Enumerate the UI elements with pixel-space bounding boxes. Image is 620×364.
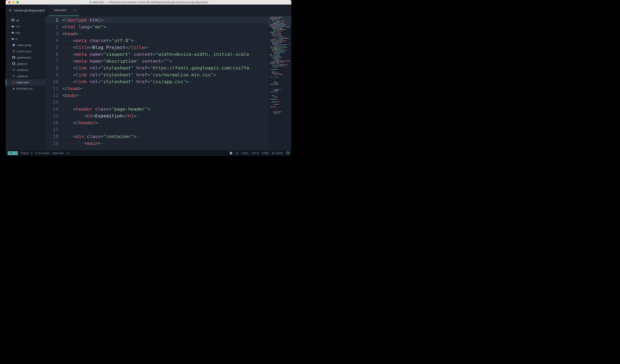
code-line[interactable]: ····</header>¬ xyxy=(62,119,268,126)
svg-rect-16 xyxy=(13,77,14,77)
status-git-branch[interactable]: master xyxy=(272,152,283,155)
minimap-line xyxy=(269,54,290,55)
tree-file-gitattributes[interactable]: .gitattributes xyxy=(6,54,46,61)
status-project-count[interactable]: Project 0 xyxy=(21,152,32,155)
code-line[interactable]: ····<meta charset="utf-8">¬ xyxy=(62,37,268,44)
minimap-line xyxy=(269,84,290,85)
minimap-line xyxy=(269,28,290,29)
app-icon xyxy=(89,1,92,3)
code-line[interactable]: </head>¬ xyxy=(62,85,268,92)
svg-rect-13 xyxy=(13,71,14,71)
folder-icon xyxy=(11,37,14,40)
minimap-line xyxy=(269,36,290,36)
tree-file-eslintrcjson[interactable]: {}.eslintrc.json xyxy=(6,48,46,54)
svg-point-9 xyxy=(13,45,14,45)
minimap-line xyxy=(269,72,290,72)
tree-file-indexhtml[interactable]: index.html xyxy=(6,79,46,86)
tree-folder-css[interactable]: ›css xyxy=(6,23,46,30)
tree-file-htmlhintrc[interactable]: .htmlhintrc xyxy=(6,67,46,73)
tree-item-label: .htmlhintrc xyxy=(16,68,29,72)
code-line[interactable]: <head>¬ xyxy=(62,30,268,37)
line-number: 14 xyxy=(46,106,58,112)
code-line[interactable]: ····<meta name="description" content="">… xyxy=(62,58,268,64)
tree-item-label: .gitignore xyxy=(16,62,27,65)
code-line[interactable]: ····<link rel="stylesheet" href="css/app… xyxy=(62,78,268,85)
status-language[interactable]: HTML xyxy=(262,152,269,155)
code-line[interactable]: ····<div class="container">¬ xyxy=(62,133,268,140)
code-line[interactable]: ····<meta name="viewport" content="width… xyxy=(62,51,268,58)
tree-item-label: .editorconfig xyxy=(16,44,31,47)
code-line[interactable]: ····<link rel="stylesheet" href="https:/… xyxy=(62,64,268,71)
code-editor[interactable]: 12345678910111213141516171819 <!doctype … xyxy=(46,16,291,150)
project-tab[interactable]: course-git-blog-project xyxy=(6,5,48,16)
window-zoom-button[interactable] xyxy=(16,1,19,3)
line-number: 11 xyxy=(46,85,58,92)
settings-lines-icon xyxy=(12,68,15,71)
tree-folder-js[interactable]: ›js xyxy=(6,36,46,42)
code-line[interactable]: ····<header class="page-header">¬ xyxy=(62,106,268,112)
tree-item-label: .gitattributes xyxy=(16,56,31,59)
tree-file-gitignore[interactable]: .gitignore xyxy=(6,61,46,67)
minimap-line xyxy=(269,37,290,38)
tab-index-html[interactable]: index.html ✕ xyxy=(48,5,79,16)
status-encoding[interactable]: UTF-8 xyxy=(252,152,259,155)
minimap-viewport[interactable] xyxy=(268,16,291,27)
telemetry-icon[interactable]: 📡 xyxy=(230,152,232,155)
tree-file-editorconfig[interactable]: .editorconfig xyxy=(6,42,46,48)
code-line[interactable]: <html lang="en">¬ xyxy=(62,23,268,30)
tree-file-stylelintrc[interactable]: .stylelintrc xyxy=(6,73,46,79)
status-line-ending[interactable]: LF xyxy=(236,152,239,155)
github-icon xyxy=(12,56,15,59)
svg-rect-15 xyxy=(13,76,15,76)
tab-close-button[interactable]: ✕ xyxy=(74,9,76,12)
minimap-line xyxy=(269,98,290,99)
minimap-line xyxy=(269,47,290,47)
code-line[interactable]: ····<title>Blog Project</title>¬ xyxy=(62,44,268,51)
code-line[interactable]: ····<link rel="stylesheet" href="css/nor… xyxy=(62,71,268,78)
minimap-line xyxy=(269,102,290,102)
minimap-line xyxy=(269,104,290,105)
line-number: 9 xyxy=(46,71,58,78)
svg-rect-5 xyxy=(9,11,10,11)
editorconfig-icon xyxy=(12,44,15,46)
minimap-line xyxy=(269,31,290,31)
minimap-line xyxy=(269,88,290,89)
minimap-line xyxy=(269,103,290,104)
minimap-line xyxy=(269,66,290,66)
minimap-line xyxy=(269,69,290,70)
code-line[interactable]: ¬ xyxy=(62,126,268,133)
minimap-line xyxy=(269,79,290,80)
chevron-right-icon: › xyxy=(9,31,10,34)
line-number: 3 xyxy=(46,30,58,37)
status-issues[interactable]: ✔ No Issues xyxy=(35,152,49,155)
chevron-right-icon: › xyxy=(9,38,10,40)
status-editor-mode[interactable]: Insert xyxy=(242,152,248,155)
code-line[interactable]: <body>¬ xyxy=(62,92,268,99)
code-line[interactable]: <!doctype html>¬ xyxy=(62,17,268,23)
tree-file-READMEmd[interactable]: README.md xyxy=(6,86,46,92)
github-icon xyxy=(12,62,15,65)
minimap-line xyxy=(269,33,290,34)
braces-icon: {} xyxy=(12,50,15,53)
tree-folder-git[interactable]: ›.git xyxy=(6,17,46,23)
code-line[interactable]: ¬ xyxy=(62,99,268,106)
file-tree[interactable]: ›.git›css›img›js.editorconfig{}.eslintrc… xyxy=(6,16,46,150)
github-icon[interactable] xyxy=(286,152,289,155)
line-number: 10 xyxy=(46,78,58,85)
status-cursor-position[interactable]: 1:1 xyxy=(66,152,70,155)
tree-item-label: .git xyxy=(16,19,19,22)
tree-folder-img[interactable]: ›img xyxy=(6,30,46,36)
window-minimize-button[interactable] xyxy=(12,1,15,3)
code-content[interactable]: <!doctype html>¬<html lang="en">¬<head>¬… xyxy=(62,16,268,150)
minimap-line xyxy=(269,108,290,108)
code-line[interactable]: ········<main>¬ xyxy=(62,140,268,147)
status-file-count[interactable]: File 0 xyxy=(8,151,18,155)
minimap[interactable] xyxy=(268,16,291,150)
code-line[interactable]: ········<h1>Expedition</h1>¬ xyxy=(62,112,268,119)
status-file-path[interactable]: index.html xyxy=(52,152,63,155)
minimap-line xyxy=(269,67,290,67)
window-close-button[interactable] xyxy=(8,1,11,3)
minimap-line xyxy=(269,58,290,59)
line-number: 12 xyxy=(46,92,58,99)
line-number: 4 xyxy=(46,37,58,44)
